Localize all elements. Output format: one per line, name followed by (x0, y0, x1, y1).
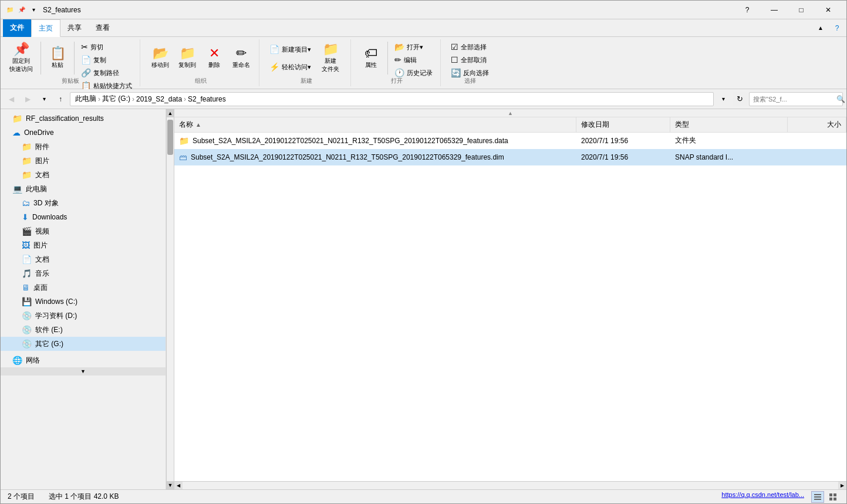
window-controls: ? — □ ✕ (734, 1, 842, 19)
hscroll-left-btn[interactable]: ◀ (174, 482, 183, 490)
sidebar-item-attachments[interactable]: 📁 附件 (1, 140, 166, 154)
search-box[interactable]: 🔍 (749, 92, 843, 106)
search-icon: 🔍 (836, 95, 845, 103)
forward-button[interactable]: ▶ (21, 92, 35, 106)
music-icon: 🎵 (22, 269, 32, 278)
select-all-button[interactable]: ☑ 全部选择 (448, 40, 492, 53)
sidebar-item-3d[interactable]: 🗂 3D 对象 (1, 196, 166, 210)
tab-view[interactable]: 查看 (89, 19, 117, 37)
deselect-all-button[interactable]: ☐ 全部取消 (448, 53, 492, 66)
up-button[interactable]: ↑ (53, 92, 68, 106)
move-to-button[interactable]: 📂 移动到 (147, 40, 173, 76)
ribbon-collapse-btn[interactable]: ▲ (814, 21, 828, 35)
close-button[interactable]: ✕ (815, 1, 842, 19)
delete-button[interactable]: ✕ 删除 (201, 40, 227, 76)
col-header-name[interactable]: 名称 ▲ (174, 117, 576, 132)
sidebar-scroll-down[interactable]: ▼ (1, 367, 166, 376)
tab-share[interactable]: 共享 (60, 19, 89, 37)
sidebar-scrollbar-thumb[interactable] (167, 120, 173, 155)
path-part-data: 2019_S2_data (136, 95, 182, 103)
pictures-icon: 🖼 (22, 241, 30, 250)
pin-to-quickaccess-button[interactable]: 📌 固定到 快速访问 (5, 40, 37, 76)
easy-access-button[interactable]: ⚡ 轻松访问▾ (266, 60, 314, 73)
rename-button[interactable]: ✏ 重命名 (228, 40, 254, 76)
sidebar-item-music[interactable]: 🎵 音乐 (1, 266, 166, 280)
copy-to-button[interactable]: 📁 复制到 (174, 40, 200, 76)
sidebar-scroll-down-btn[interactable]: ▼ (167, 481, 174, 489)
copy-icon: 📄 (81, 55, 91, 65)
back-button[interactable]: ◀ (4, 92, 18, 106)
divider3 (387, 42, 388, 75)
sidebar-item-label: 图片 (35, 156, 161, 166)
file-row-data[interactable]: 📁 Subset_S2A_MSIL2A_20190122T025021_N021… (174, 133, 846, 149)
folder-file-icon: 📁 (179, 136, 189, 146)
file-size-cell (788, 149, 846, 165)
url-tooltip: https://q.q.csdn.net/test/lab... (721, 491, 804, 503)
sidebar-item-this-pc[interactable]: 💻 此电脑 (1, 182, 166, 196)
title-bar-down-icon[interactable]: ▾ (29, 5, 38, 15)
sidebar-item-label: 网络 (26, 356, 161, 366)
recent-locations-button[interactable]: ▾ (37, 92, 51, 106)
hscroll-track (183, 482, 838, 489)
sidebar-item-label: RF_classification_results (26, 114, 161, 123)
sidebar-item-windows-c[interactable]: 💾 Windows (C:) (1, 295, 166, 309)
title-bar-pin-icon[interactable]: 📌 (17, 5, 26, 15)
sidebar-item-rf-classification[interactable]: 📁 RF_classification_results (1, 111, 166, 126)
help-button[interactable]: ? (734, 1, 761, 19)
open-col: 📂 打开▾ ✏ 编辑 🕐 历史记录 (392, 40, 436, 76)
deselect-icon: ☐ (451, 55, 458, 65)
sidebar-item-label: 图片 (33, 241, 161, 251)
sidebar-item-documents[interactable]: 📄 文档 (1, 252, 166, 266)
refresh-button[interactable]: ↻ (733, 92, 747, 106)
paste-button[interactable]: 📋 粘贴 (45, 40, 70, 76)
col-header-type[interactable]: 类型 (670, 117, 788, 132)
minimize-button[interactable]: — (761, 1, 788, 19)
sidebar-item-software-e[interactable]: 💿 软件 (E:) (1, 323, 166, 337)
properties-button[interactable]: 🏷 属性 (358, 40, 384, 76)
tab-file[interactable]: 文件 (3, 19, 31, 37)
file-date-cell: 2020/7/1 19:56 (576, 133, 670, 148)
open-button[interactable]: 📂 打开▾ (392, 40, 436, 53)
maximize-button[interactable]: □ (788, 1, 815, 19)
new-item-button[interactable]: 📄 新建项目▾ (266, 43, 314, 56)
copy-path-button[interactable]: 🔗 复制路径 (78, 66, 135, 79)
new-folder-button[interactable]: 📁 新建 文件夹 (315, 40, 346, 76)
documents-icon: 📄 (22, 255, 32, 264)
hscroll-area: ◀ ▶ (174, 481, 846, 489)
open-items: 🏷 属性 📂 打开▾ ✏ 编辑 🕐 (358, 39, 436, 77)
ribbon-group-clipboard: 📌 固定到 快速访问 📋 粘贴 ✂ 剪切 (5, 39, 140, 86)
file-row-dim[interactable]: 🗃 Subset_S2A_MSIL2A_20190122T025021_N021… (174, 149, 846, 165)
status-bar-right: https://q.q.csdn.net/test/lab... (721, 491, 839, 503)
details-view-button[interactable] (811, 491, 824, 503)
sidebar-item-pictures-od[interactable]: 📁 图片 (1, 154, 166, 168)
ribbon-help-btn[interactable]: ? (830, 21, 844, 35)
sidebar-item-documents-od[interactable]: 📁 文档 (1, 168, 166, 182)
address-path[interactable]: 此电脑 › 其它 (G:) › 2019_S2_data › S2_featur… (70, 92, 714, 106)
cut-button[interactable]: ✂ 剪切 (78, 40, 135, 53)
address-dropdown-btn[interactable]: ▾ (716, 92, 730, 106)
file-list-header: 名称 ▲ 修改日期 类型 大小 (174, 117, 846, 133)
col-header-date[interactable]: 修改日期 (576, 117, 670, 132)
sidebar-item-videos[interactable]: 🎬 视频 (1, 224, 166, 238)
search-input[interactable] (753, 96, 834, 103)
copy-button[interactable]: 📄 复制 (78, 53, 135, 66)
main-area: 📁 RF_classification_results ☁ OneDrive 📁… (1, 109, 846, 489)
sidebar-item-label: 附件 (35, 142, 161, 152)
sidebar-item-desktop[interactable]: 🖥 桌面 (1, 280, 166, 295)
sidebar-item-other-g[interactable]: 💿 其它 (G:) (1, 337, 166, 351)
sidebar-item-downloads[interactable]: ⬇ Downloads (1, 210, 166, 224)
large-icons-view-button[interactable] (826, 491, 839, 503)
tab-home[interactable]: 主页 (31, 19, 60, 37)
sidebar-item-network[interactable]: 🌐 网络 (1, 353, 166, 367)
col-header-size[interactable]: 大小 (788, 117, 846, 132)
sidebar-item-label: 文档 (35, 170, 161, 180)
sidebar-item-pictures[interactable]: 🖼 图片 (1, 238, 166, 252)
sidebar-item-onedrive[interactable]: ☁ OneDrive (1, 126, 166, 140)
path-part-features: S2_features (188, 95, 226, 103)
edit-button[interactable]: ✏ 编辑 (392, 53, 436, 66)
sidebar-scroll-up-btn[interactable]: ▲ (167, 109, 174, 117)
hscroll-right-btn[interactable]: ▶ (838, 482, 846, 490)
folder-icon: 📁 (12, 114, 22, 123)
path-part-g: 其它 (G:) (102, 94, 130, 104)
sidebar-item-study-d[interactable]: 💿 学习资料 (D:) (1, 309, 166, 323)
